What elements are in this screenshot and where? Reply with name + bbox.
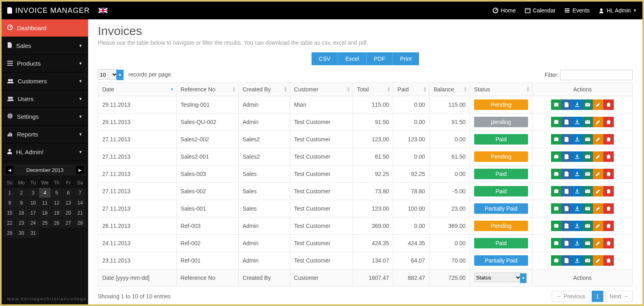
cal-day[interactable]: 9 [16, 198, 27, 208]
cal-day[interactable]: 8 [4, 198, 15, 208]
cal-day[interactable]: 17 [27, 208, 39, 218]
cal-day[interactable]: 31 [27, 228, 39, 238]
action-email[interactable] [582, 134, 593, 145]
cal-day[interactable]: 27 [63, 218, 74, 228]
action-file[interactable] [561, 99, 572, 110]
action-edit[interactable] [593, 151, 603, 162]
action-email[interactable] [582, 99, 593, 110]
cal-day[interactable]: 18 [39, 208, 50, 218]
sidebar-item-hi-admin-[interactable]: Hi, Admin!▼ [2, 143, 88, 161]
sidebar-item-sales[interactable]: Sales▼ [2, 37, 88, 55]
sidebar-item-dashboard[interactable]: Dashboard [2, 19, 88, 37]
action-file[interactable] [561, 255, 572, 266]
col-created-by[interactable]: Created By▲▼ [238, 83, 290, 96]
action-edit[interactable] [593, 238, 603, 248]
action-view[interactable] [551, 169, 561, 179]
sidebar-item-settings[interactable]: Settings▼ [2, 108, 88, 126]
cal-day[interactable]: 4 [39, 188, 50, 198]
cal-day[interactable]: 7 [74, 188, 86, 198]
action-delete[interactable] [603, 151, 614, 162]
cal-day[interactable]: 3 [27, 188, 39, 198]
flag-icon[interactable] [99, 8, 107, 13]
action-delete[interactable] [603, 203, 614, 214]
per-page-select[interactable]: 10 [98, 69, 118, 80]
action-download[interactable] [572, 255, 582, 266]
action-email[interactable] [582, 169, 593, 179]
status-filter[interactable]: Status [474, 273, 522, 282]
cal-day[interactable]: 28 [74, 218, 86, 228]
action-edit[interactable] [593, 134, 603, 145]
action-delete[interactable] [603, 221, 614, 231]
action-download[interactable] [572, 238, 582, 248]
action-download[interactable] [572, 117, 582, 127]
action-file[interactable] [561, 134, 572, 145]
action-view[interactable] [551, 238, 561, 248]
cal-day[interactable]: 15 [4, 208, 15, 218]
col-status[interactable]: Status▲▼ [470, 83, 533, 96]
action-view[interactable] [551, 186, 561, 196]
col-total[interactable]: Total▲▼ [353, 83, 393, 96]
cal-day[interactable]: 22 [4, 218, 15, 228]
cal-day[interactable]: 11 [39, 198, 50, 208]
action-download[interactable] [572, 134, 582, 145]
action-view[interactable] [551, 203, 561, 214]
action-edit[interactable] [593, 186, 603, 196]
action-download[interactable] [572, 203, 582, 214]
chevron-down-icon[interactable]: ▼ [116, 70, 124, 80]
action-download[interactable] [572, 169, 582, 179]
action-delete[interactable] [603, 117, 614, 127]
sidebar-item-products[interactable]: Products▼ [2, 55, 88, 72]
cal-day[interactable]: 21 [74, 208, 86, 218]
cal-day[interactable]: 1 [4, 188, 15, 198]
action-file[interactable] [561, 151, 572, 162]
action-delete[interactable] [603, 169, 614, 179]
cal-day[interactable]: 23 [16, 218, 27, 228]
action-edit[interactable] [593, 99, 603, 110]
action-edit[interactable] [593, 117, 603, 127]
cal-day[interactable]: 13 [63, 198, 74, 208]
action-download[interactable] [572, 186, 582, 196]
action-edit[interactable] [593, 255, 603, 266]
pager-next[interactable]: Next → [605, 291, 633, 302]
cal-day[interactable]: 14 [74, 198, 86, 208]
action-email[interactable] [582, 186, 593, 196]
action-edit[interactable] [593, 203, 603, 214]
action-email[interactable] [582, 238, 593, 248]
cal-title[interactable]: December 2013 [26, 167, 64, 173]
cal-day[interactable]: 2 [16, 188, 27, 198]
pager-page-1[interactable]: 1 [592, 291, 604, 302]
action-view[interactable] [551, 134, 561, 145]
cal-day[interactable]: 16 [16, 208, 27, 218]
export-pdf[interactable]: PDF [366, 52, 392, 65]
action-delete[interactable] [603, 134, 614, 145]
action-view[interactable] [551, 151, 561, 162]
action-download[interactable] [572, 99, 582, 110]
col-customer[interactable]: Customer▲▼ [290, 83, 353, 96]
action-edit[interactable] [593, 221, 603, 231]
col-actions[interactable]: Actions [533, 83, 633, 96]
cal-day[interactable]: 30 [16, 228, 27, 238]
cal-day[interactable]: 20 [63, 208, 74, 218]
cal-day[interactable]: 12 [51, 198, 62, 208]
action-delete[interactable] [603, 186, 614, 196]
action-edit[interactable] [593, 169, 603, 179]
cal-day[interactable]: 24 [27, 218, 39, 228]
cal-prev[interactable]: ◄ [6, 166, 14, 174]
action-file[interactable] [561, 117, 572, 127]
nav-calendar[interactable]: Calendar [525, 7, 556, 14]
cal-day[interactable]: 26 [51, 218, 62, 228]
sidebar-item-customers[interactable]: Customers▼ [2, 72, 88, 90]
export-csv[interactable]: CSV [312, 52, 338, 65]
nav-events[interactable]: Events [564, 7, 590, 14]
cal-day[interactable]: 29 [4, 228, 15, 238]
chevron-down-icon[interactable]: ▼ [520, 273, 526, 283]
action-email[interactable] [582, 255, 593, 266]
action-delete[interactable] [603, 238, 614, 248]
cal-day[interactable]: 25 [39, 218, 50, 228]
sidebar-item-reports[interactable]: Reports▼ [2, 126, 88, 143]
action-delete[interactable] [603, 99, 614, 110]
export-print[interactable]: Print [392, 52, 419, 65]
col-paid[interactable]: Paid▲▼ [393, 83, 429, 96]
action-file[interactable] [561, 186, 572, 196]
action-view[interactable] [551, 99, 561, 110]
